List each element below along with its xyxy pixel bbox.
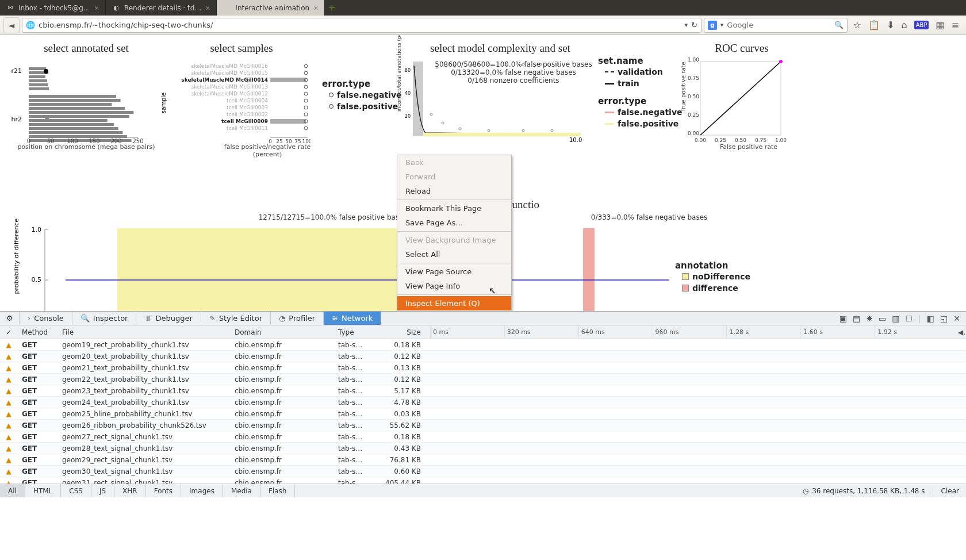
tabgroup-icon[interactable]: ▦ <box>936 20 944 30</box>
dock-side-icon[interactable]: ◧ <box>927 314 934 323</box>
filter-flash[interactable]: Flash <box>260 484 295 497</box>
abp-icon[interactable]: ABP <box>914 21 929 29</box>
plot-complexity[interactable]: select model complexity and set incorrec… <box>402 40 598 158</box>
legend-set-error: set.name validation train error.type fal… <box>598 40 684 158</box>
plot-roc[interactable]: ROC curves True positive rate 0.000.250.… <box>684 40 799 158</box>
col-waterfall[interactable]: 0 ms320 ms640 ms960 ms1.28 s1.60 s1.92 s <box>425 324 953 340</box>
col-domain[interactable]: Domain <box>230 326 334 339</box>
split-console-icon[interactable]: ▭ <box>879 314 886 323</box>
context-menu-item[interactable]: Inspect Element (Q) <box>397 296 511 310</box>
plot-title: select annotated set <box>12 40 161 57</box>
home-icon[interactable]: ⌂ <box>902 20 907 30</box>
back-button[interactable]: ◄ <box>3 17 20 33</box>
menu-icon[interactable]: ≡ <box>952 20 959 30</box>
context-menu-item[interactable]: View Page Source <box>397 264 511 279</box>
devtools-tab-profiler[interactable]: ◔Profiler <box>271 312 324 325</box>
network-row[interactable]: ▲GETgeom19_rect_probability_chunk1.tsvcb… <box>0 339 966 351</box>
svg-text:skeletalMuscleMD McGill0016: skeletalMuscleMD McGill0016 <box>191 63 269 69</box>
filter-all[interactable]: All <box>0 484 25 497</box>
svg-rect-0 <box>29 67 46 70</box>
downloads-icon[interactable]: ⬇ <box>887 20 894 30</box>
filter-fonts[interactable]: Fonts <box>146 484 181 497</box>
network-row[interactable]: ▲GETgeom30_text_signal_chunk1.tsvcbio.en… <box>0 466 966 477</box>
devtools-tab-debugger[interactable]: ⏸Debugger <box>136 312 201 325</box>
status-warning-icon: ▲ <box>6 341 11 349</box>
browser-tab[interactable]: ✉Inbox - tdhock5@g…× <box>0 0 106 16</box>
network-row[interactable]: ▲GETgeom26_ribbon_probability_chunk526.t… <box>0 420 966 431</box>
svg-rect-74 <box>423 133 581 136</box>
toggle-details-icon[interactable]: ◀ <box>953 326 966 339</box>
svg-rect-3 <box>29 79 47 82</box>
timer-icon: ◷ <box>803 487 808 495</box>
plot-samples[interactable]: select samples sample skeletalMuscleMD M… <box>161 40 322 158</box>
context-menu-item[interactable]: Bookmark This Page <box>397 201 511 216</box>
network-row[interactable]: ▲GETgeom22_text_probability_chunk1.tsvcb… <box>0 374 966 385</box>
devtools-tab-network[interactable]: ≋Network <box>324 312 381 325</box>
clipboard-icon[interactable]: 📋 <box>868 20 880 30</box>
reload-icon[interactable]: ↻ <box>691 21 697 29</box>
network-row[interactable]: ▲GETgeom28_text_signal_chunk1.tsvcbio.en… <box>0 443 966 454</box>
devtools-close-icon[interactable]: ✕ <box>953 314 960 323</box>
tab-close-icon[interactable]: × <box>313 4 319 12</box>
col-file[interactable]: File <box>57 326 230 339</box>
svg-text:20: 20 <box>405 114 411 119</box>
svg-point-72 <box>522 129 524 132</box>
network-row[interactable]: ▲GETgeom21_text_probability_chunk1.tsvcb… <box>0 362 966 374</box>
scratchpad-icon[interactable]: ▤ <box>853 314 860 323</box>
new-tab-button[interactable]: + <box>325 0 339 16</box>
filter-images[interactable]: Images <box>181 484 223 497</box>
devtools-tab-inspector[interactable]: 🔍Inspector <box>72 312 137 325</box>
bookmark-star-icon[interactable]: ☆ <box>853 20 861 30</box>
svg-point-68 <box>430 113 432 116</box>
search-engine-dropdown-icon[interactable]: ▾ <box>720 21 724 29</box>
dock-window-icon[interactable]: ◱ <box>940 314 948 323</box>
network-row[interactable]: ▲GETgeom24_text_probability_chunk1.tsvcb… <box>0 397 966 408</box>
status-warning-icon: ▲ <box>6 479 11 484</box>
network-row[interactable]: ▲GETgeom25_hline_probability_chunk1.tsvc… <box>0 408 966 420</box>
browser-tab[interactable]: Interactive animation× <box>217 0 325 16</box>
svg-rect-4 <box>29 83 48 86</box>
context-menu-item[interactable]: Reload <box>397 184 511 198</box>
col-method[interactable]: Method <box>17 326 57 339</box>
search-input[interactable] <box>727 21 830 29</box>
filter-css[interactable]: CSS <box>61 484 91 497</box>
search-icon[interactable]: 🔍 <box>834 21 844 29</box>
ruler-icon[interactable]: ▥ <box>892 314 899 323</box>
url-input[interactable] <box>39 21 681 29</box>
devtools-options-icon[interactable]: ⚙ <box>0 312 20 325</box>
clear-button[interactable]: Clear <box>941 487 959 495</box>
col-status[interactable]: ✓ <box>0 326 17 339</box>
devtools-tab-console[interactable]: ›Console <box>20 312 72 325</box>
status-warning-icon: ▲ <box>6 364 11 372</box>
url-history-dropdown-icon[interactable]: ▾ <box>684 21 688 29</box>
col-type[interactable]: Type <box>334 326 374 339</box>
tab-close-icon[interactable]: × <box>94 4 99 12</box>
devtools-tab-style-editor[interactable]: ✎Style Editor <box>201 312 271 325</box>
url-bar[interactable]: 🌐 ▾ ↻ <box>22 18 702 33</box>
browser-tab[interactable]: ◐Renderer details · td…× <box>106 0 217 16</box>
svg-text:150: 150 <box>89 138 99 143</box>
col-size[interactable]: Size <box>374 326 425 339</box>
svg-text:80: 80 <box>405 68 411 73</box>
network-row[interactable]: ▲GETgeom23_text_probability_chunk1.tsvcb… <box>0 385 966 397</box>
network-row[interactable]: ▲GETgeom20_text_probability_chunk1.tsvcb… <box>0 351 966 362</box>
svg-text:0.75: 0.75 <box>755 137 766 143</box>
status-warning-icon: ▲ <box>6 352 11 360</box>
network-row[interactable]: ▲GETgeom31_rect_signal_chunk1.tsvcbio.en… <box>0 477 966 484</box>
paint-flash-icon[interactable]: ✸ <box>866 314 873 323</box>
network-row[interactable]: ▲GETgeom29_rect_signal_chunk1.tsvcbio.en… <box>0 454 966 466</box>
filter-media[interactable]: Media <box>223 484 260 497</box>
filter-xhr[interactable]: XHR <box>114 484 146 497</box>
screenshot-icon[interactable]: ☐ <box>906 314 913 323</box>
tab-close-icon[interactable]: × <box>205 4 210 12</box>
context-menu-item[interactable]: Save Page As… <box>397 216 511 230</box>
filter-js[interactable]: JS <box>91 484 114 497</box>
devtools-toolbar: ⚙ ›Console🔍Inspector⏸Debugger✎Style Edit… <box>0 311 966 325</box>
filter-html[interactable]: HTML <box>25 484 61 497</box>
svg-point-52 <box>304 126 308 130</box>
context-menu-item[interactable]: Select All <box>397 247 511 262</box>
plot-annotated-set[interactable]: select annotated set chr21 chr2 05010015… <box>12 40 161 158</box>
search-bar[interactable]: g ▾ 🔍 <box>704 18 848 33</box>
network-row[interactable]: ▲GETgeom27_rect_signal_chunk1.tsvcbio.en… <box>0 431 966 443</box>
responsive-mode-icon[interactable]: ▣ <box>839 314 847 323</box>
